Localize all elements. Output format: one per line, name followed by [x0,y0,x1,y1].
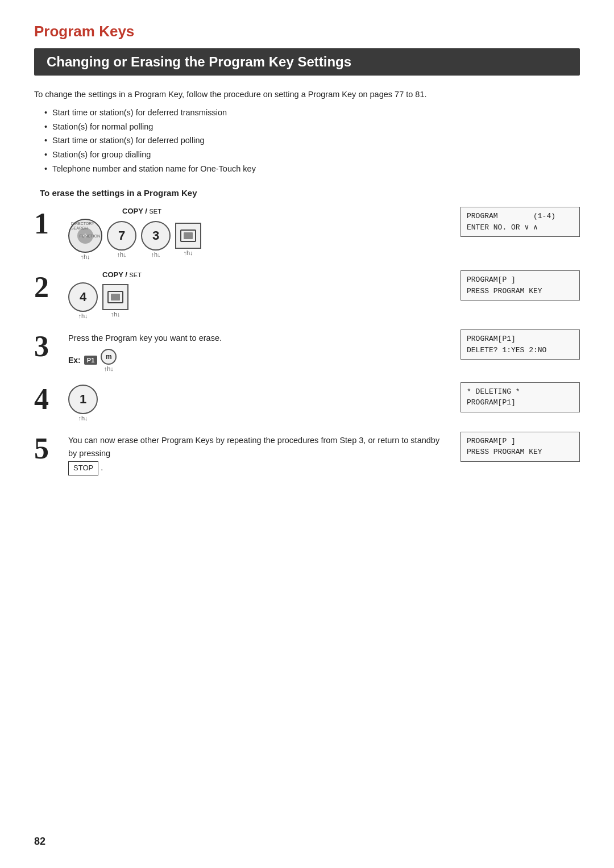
copy-set-btn-2[interactable] [102,284,128,310]
step-3-lcd-area: PROGRAM[P1] DELETE? 1:YES 2:NO [460,329,580,360]
step-1-keys: COPY / SET DIRECTORYSEARCH ✦ FUNC [68,207,443,260]
copy-set-btn-wrapper-2: ↑h↓ [102,284,128,318]
key-1-wrapper: 1 ↑h↓ [68,385,98,422]
step-2-keys-row: 4 ↑h↓ ↑h↓ [68,282,443,319]
step-1-keys-row: DIRECTORYSEARCH ✦ FUNCTION ↑h↓ [68,219,443,260]
section-header: Changing or Erasing the Program Key Sett… [34,48,580,76]
step-3-row: 3 Press the Program key you want to eras… [34,329,580,372]
step-3-content: Press the Program key you want to erase.… [68,329,443,372]
nav-button-wrapper: DIRECTORYSEARCH ✦ FUNCTION ↑h↓ [68,219,102,260]
step-2-content: COPY / SET 4 ↑h↓ [68,270,443,319]
copy-set-icon-2 [107,291,123,303]
ex-label-3: Ex: [68,356,81,365]
copy-set-finger-1: ↑h↓ [183,249,193,256]
step-2-lcd-area: PROGRAM[P ] PRESS PROGRAM KEY [460,270,580,301]
subsection-title: To erase the settings in a Program Key [40,188,580,198]
step-4-row: 4 1 ↑h↓ * DELETING * PROGRAM[P1] [34,382,580,422]
key-3[interactable]: 3 [141,221,171,251]
step-3-text: Press the Program key you want to erase. [68,332,443,345]
key-7-finger: ↑h↓ [117,251,126,258]
step-1-lcd: PROGRAM (1-4) ENTER NO. OR ∨ ∧ [460,207,580,237]
step-1-row: 1 COPY / SET DIRECTORYSEARCH [34,207,580,260]
copy-set-icon-1 [180,229,196,242]
bullet-item: Start time or station(s) for deferred tr… [44,106,580,120]
bullet-item: Station(s) for normal polling [44,120,580,134]
key-7[interactable]: 7 [107,221,136,251]
key-4[interactable]: 4 [68,282,98,312]
copy-set-label-1: COPY / SET [122,207,443,215]
key-4-wrapper: 4 ↑h↓ [68,282,98,319]
copy-set-icon-inner-1 [184,232,193,239]
key-3-finger: ↑h↓ [151,251,160,258]
bullet-item: Telephone number and station name for On… [44,162,580,176]
m-key-wrapper: m ↑h↓ [101,349,117,372]
step-2-row: 2 COPY / SET 4 ↑h↓ [34,270,580,319]
key-4-finger: ↑h↓ [78,312,88,319]
step-5-lcd-area: PROGRAM[P ] PRESS PROGRAM KEY [460,432,580,462]
step-4-lcd-area: * DELETING * PROGRAM[P1] [460,382,580,412]
intro-text: To change the settings in a Program Key,… [34,88,580,101]
nav-button[interactable]: DIRECTORYSEARCH ✦ FUNCTION [68,219,102,253]
m-key[interactable]: m [101,349,117,365]
step-3-lcd: PROGRAM[P1] DELETE? 1:YES 2:NO [460,329,580,360]
step-3-number: 3 [34,332,68,361]
stop-button[interactable]: STOP [68,461,98,475]
step-4-lcd: * DELETING * PROGRAM[P1] [460,382,580,412]
bullet-list: Start time or station(s) for deferred tr… [44,106,580,176]
copy-set-btn-wrapper-1: ↑h↓ [175,223,201,256]
bullet-item: Station(s) for group dialling [44,148,580,162]
copy-set-finger-2: ↑h↓ [110,311,120,318]
key-3-wrapper: 3 ↑h↓ [141,221,171,258]
step-5-lcd: PROGRAM[P ] PRESS PROGRAM KEY [460,432,580,462]
step-2-keys: COPY / SET 4 ↑h↓ [68,270,443,319]
key-7-wrapper: 7 ↑h↓ [107,221,136,258]
m-key-finger: ↑h↓ [104,365,114,372]
step-4-keys-row: 1 ↑h↓ [68,385,443,422]
step-1-content: COPY / SET DIRECTORYSEARCH ✦ FUNC [68,207,443,260]
key-1-finger: ↑h↓ [78,415,88,422]
step-5-text: You can now erase other Program Keys by … [68,434,443,475]
step-5-number: 5 [34,434,68,464]
step-5-content: You can now erase other Program Keys by … [68,432,443,475]
copy-set-icon-inner-2 [111,294,120,301]
step-4-content: 1 ↑h↓ [68,382,443,422]
p1-key[interactable]: P1 [84,356,97,365]
copy-set-btn-1[interactable] [175,223,201,249]
page-title: Program Keys [34,23,580,40]
key-1[interactable]: 1 [68,385,98,414]
copy-set-label-2: COPY / SET [102,270,443,279]
step-1-number: 1 [34,209,68,239]
nav-finger: ↑h↓ [80,253,90,260]
step-2-number: 2 [34,273,68,302]
steps-area: 1 COPY / SET DIRECTORYSEARCH [34,207,580,485]
step-5-row: 5 You can now erase other Program Keys b… [34,432,580,475]
bullet-item: Start time or station(s) for deferred po… [44,133,580,148]
step-2-lcd: PROGRAM[P ] PRESS PROGRAM KEY [460,270,580,301]
page-number: 82 [34,836,45,848]
step-1-lcd-area: PROGRAM (1-4) ENTER NO. OR ∨ ∧ [460,207,580,237]
step-3-ex-row: Ex: P1 m ↑h↓ [68,349,443,372]
step-4-number: 4 [34,385,68,414]
